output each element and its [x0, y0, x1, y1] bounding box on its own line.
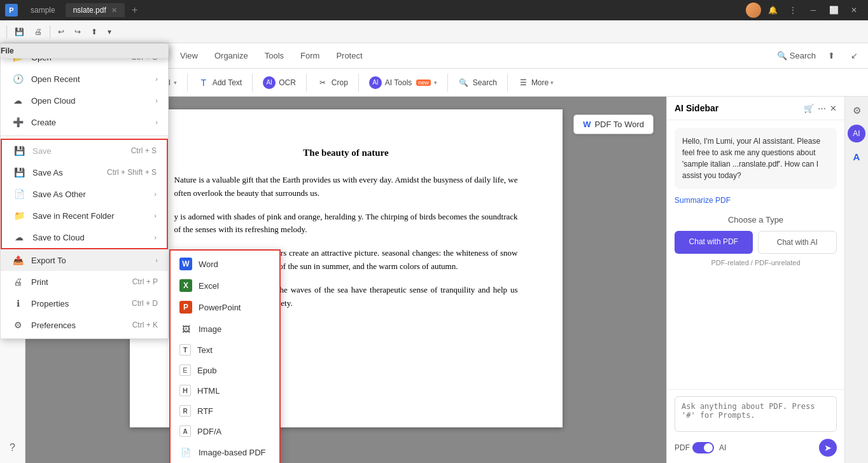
- tab-form[interactable]: Form: [293, 47, 327, 64]
- export-pdfa[interactable]: A PDF/A: [171, 421, 279, 441]
- nav-help-icon[interactable]: ?: [3, 438, 23, 458]
- ppt-icon: P: [179, 301, 192, 314]
- crop-btn[interactable]: ✂ Crop: [312, 74, 353, 91]
- undo-btn[interactable]: ↩: [54, 25, 68, 38]
- ai-right-doc-icon[interactable]: A: [848, 148, 865, 165]
- ai-tools-dropdown[interactable]: ▾: [434, 79, 437, 86]
- tab-sample[interactable]: sample: [23, 3, 63, 17]
- tab-sample-label: sample: [31, 6, 55, 15]
- menu-item-save-cloud[interactable]: ☁ Save to Cloud ›: [2, 226, 167, 248]
- app-icon: P: [5, 4, 18, 17]
- export-image-pdf[interactable]: 📄 Image-based PDF: [171, 441, 279, 463]
- export-powerpoint[interactable]: P PowerPoint: [171, 296, 279, 318]
- tab-organize[interactable]: Organize: [207, 47, 256, 64]
- open-cloud-arrow: ›: [155, 97, 158, 104]
- rtf-label: RTF: [197, 406, 213, 416]
- export-html[interactable]: H HTML: [171, 380, 279, 401]
- pdf-to-word-button[interactable]: W PDF To Word: [573, 114, 654, 134]
- titlebar: P sample nslate.pdf ✕ + 🔔 ⋮ ─ ⬜ ✕: [0, 0, 868, 20]
- crop-icon: ✂: [317, 77, 328, 88]
- tab-pdf[interactable]: nslate.pdf ✕: [66, 3, 125, 17]
- ai-more-icon[interactable]: ⋯: [818, 104, 826, 113]
- share-btn[interactable]: ⬆: [87, 25, 101, 38]
- ai-send-button[interactable]: ➤: [819, 439, 837, 457]
- ai-close-icon[interactable]: ✕: [830, 104, 837, 113]
- menu-item-preferences[interactable]: ⚙ Preferences Ctrl + K: [1, 314, 168, 336]
- settings-icon-btn[interactable]: ↙: [845, 47, 863, 65]
- menu-item-save-as[interactable]: 💾 Save As Ctrl + Shift + S: [2, 162, 167, 183]
- menu-item-open-cloud[interactable]: ☁ Open Cloud ›: [1, 90, 168, 111]
- export-rtf[interactable]: R RTF: [171, 401, 279, 421]
- ocr-btn[interactable]: AI OCR: [258, 74, 301, 92]
- tab-tools[interactable]: Tools: [257, 47, 291, 64]
- save-quick-btn[interactable]: 💾: [11, 25, 28, 38]
- search-tools-label: Search: [790, 51, 816, 60]
- open-cloud-icon: ☁: [11, 93, 25, 107]
- text-label: Text: [197, 345, 213, 355]
- toggle-track[interactable]: [692, 442, 714, 453]
- menu-item-export[interactable]: 📤 Export To › W Word X Excel P PowerPoin…: [1, 249, 168, 271]
- menu-item-properties[interactable]: ℹ Properties Ctrl + D: [1, 293, 168, 314]
- ai-sidebar-title: AI Sidebar: [675, 103, 800, 113]
- create-icon: ➕: [11, 115, 25, 129]
- image-label: Image: [199, 324, 221, 334]
- minimize-button[interactable]: ─: [804, 4, 822, 17]
- print-label: Print: [31, 277, 132, 287]
- ai-right-settings-icon[interactable]: ⚙: [848, 102, 865, 120]
- pdf-toggle-label: PDF: [675, 443, 690, 452]
- user-avatar[interactable]: [746, 3, 761, 18]
- search-tools-area[interactable]: 🔍 Search: [777, 51, 816, 60]
- menu-item-print[interactable]: 🖨 Print Ctrl + P: [1, 271, 168, 293]
- menu-item-create[interactable]: ➕ Create ›: [1, 111, 168, 133]
- export-excel[interactable]: X Excel: [171, 275, 279, 296]
- export-epub[interactable]: E Epub: [171, 360, 279, 380]
- window-controls: 🔔 ⋮ ─ ⬜ ✕: [746, 3, 863, 18]
- more-quick-btn[interactable]: ▾: [104, 25, 115, 38]
- pdfa-icon: A: [179, 425, 191, 437]
- menu-item-open-recent[interactable]: 🕐 Open Recent ›: [1, 68, 168, 90]
- menu-item-save-recent[interactable]: 📁 Save in Recent Folder ›: [2, 205, 167, 226]
- ai-input-field[interactable]: [675, 396, 837, 432]
- file-menu-button[interactable]: File: [0, 43, 169, 59]
- epub-icon: E: [179, 364, 191, 376]
- chat-with-pdf-btn[interactable]: Chat with PDF: [675, 231, 753, 254]
- save-as-other-arrow: ›: [154, 190, 157, 198]
- pdf-toggle[interactable]: PDF: [675, 442, 714, 453]
- print-quick-btn[interactable]: 🖨: [31, 25, 46, 38]
- create-label: Create: [31, 118, 155, 127]
- export-image[interactable]: 🖼 Image: [171, 318, 279, 340]
- upload-icon-btn[interactable]: ⬆: [822, 47, 840, 65]
- ai-right-user-icon[interactable]: AI: [848, 125, 865, 142]
- chat-with-ai-btn[interactable]: Chat with AI: [758, 231, 837, 254]
- ai-summarize-link[interactable]: Summarize PDF: [675, 196, 731, 205]
- search-btn[interactable]: 🔍 Search: [453, 74, 502, 91]
- tab-view[interactable]: View: [172, 47, 206, 64]
- ai-pdf-unrelated-label: PDF-related / PDF-unrelated: [675, 259, 837, 266]
- maximize-button[interactable]: ⬜: [825, 4, 843, 17]
- add-text-btn[interactable]: T Add Text: [193, 74, 247, 91]
- ai-sidebar-header: AI Sidebar 🛒 ⋯ ✕: [667, 97, 844, 120]
- close-button[interactable]: ✕: [845, 4, 863, 17]
- more-dropdown-arrow[interactable]: ▾: [550, 79, 554, 86]
- more-options-icon[interactable]: ⋮: [784, 4, 802, 17]
- open-cloud-label: Open Cloud: [31, 96, 155, 106]
- new-tab-button[interactable]: +: [127, 3, 143, 18]
- tab-protect[interactable]: Protect: [328, 47, 370, 64]
- more-label: More: [531, 78, 549, 87]
- ocr-icon: AI: [263, 76, 276, 89]
- excel-icon: X: [179, 279, 192, 292]
- menu-item-save[interactable]: 💾 Save Ctrl + S: [2, 140, 167, 162]
- html-label: HTML: [197, 386, 220, 396]
- edit-dropdown-arrow[interactable]: ▾: [174, 79, 177, 86]
- ai-cart-icon[interactable]: 🛒: [804, 104, 814, 113]
- redo-btn[interactable]: ↪: [71, 25, 85, 38]
- export-word[interactable]: W Word: [171, 253, 279, 275]
- notification-icon[interactable]: 🔔: [764, 4, 781, 17]
- tab-close-icon[interactable]: ✕: [111, 6, 117, 15]
- text-export-icon: T: [179, 344, 191, 356]
- save-recent-label: Save in Recent Folder: [32, 211, 154, 221]
- export-text[interactable]: T Text: [171, 340, 279, 360]
- menu-item-save-as-other[interactable]: 📄 Save As Other ›: [2, 183, 167, 205]
- ai-tools-btn[interactable]: AI AI Tools new ▾: [364, 74, 442, 92]
- more-btn[interactable]: ☰ More ▾: [513, 74, 559, 91]
